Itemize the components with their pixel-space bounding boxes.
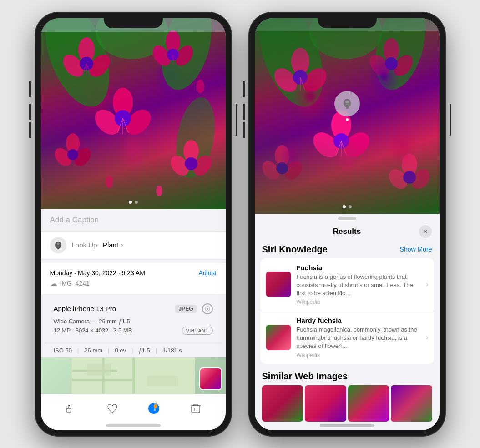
panel-handle[interactable] — [338, 217, 356, 220]
svg-point-31 — [185, 157, 197, 170]
flower-photo-left[interactable] — [41, 18, 226, 209]
similar-title: Similar Web Images — [262, 371, 432, 382]
jpeg-badge: JPEG — [175, 305, 196, 313]
svg-point-36 — [57, 243, 60, 245]
notch-right — [318, 13, 377, 28]
hardy-thumb — [266, 325, 291, 350]
delete-button[interactable] — [189, 402, 202, 415]
knowledge-card: Fuchsia Fuchsia is a genus of flowering … — [260, 258, 434, 364]
hardy-name: Hardy fuchsia — [297, 317, 421, 324]
home-indicator — [106, 424, 161, 427]
siri-knowledge-header: Siri Knowledge Show More — [255, 242, 440, 258]
date-text: Monday · May 30, 2022 · 9:23 AM — [50, 269, 145, 277]
results-panel: Results ✕ Siri Knowledge Show More Fuchs… — [255, 214, 440, 430]
svg-point-32 — [106, 176, 113, 188]
filename: IMG_4241 — [60, 280, 90, 287]
shutter-value: 1/181 s — [162, 347, 182, 354]
fuchsia-chevron: › — [426, 280, 428, 288]
aperture-value: ƒ1.5 — [138, 347, 150, 354]
map-preview[interactable] — [41, 357, 226, 394]
similar-images-grid — [262, 385, 432, 422]
svg-point-83 — [345, 101, 349, 103]
vlu-dot — [346, 118, 349, 121]
svg-text:!: ! — [156, 403, 158, 410]
similar-image-1[interactable] — [262, 385, 303, 422]
knowledge-item-hardy[interactable]: Hardy fuchsia Fuchsia magellanica, commo… — [260, 311, 434, 364]
hardy-chevron: › — [426, 333, 428, 342]
svg-rect-46 — [66, 408, 71, 412]
cloud-icon: ☁ — [50, 279, 57, 288]
lookup-row[interactable]: Look Up– Plant › — [41, 232, 226, 259]
camera-detail: Wide Camera — 26 mm ƒ1.5 — [54, 318, 213, 325]
map-photo-thumb — [199, 367, 222, 390]
right-phone: Results ✕ Siri Knowledge Show More Fuchs… — [249, 13, 445, 436]
panel-header: Results ✕ — [255, 223, 440, 242]
photo-dots — [129, 201, 138, 204]
lookup-icon — [50, 237, 66, 253]
knowledge-item-fuchsia[interactable]: Fuchsia Fuchsia is a genus of flowering … — [260, 258, 434, 312]
photo-info: Monday · May 30, 2022 · 9:23 AM Adjust ☁… — [41, 263, 226, 294]
close-button[interactable]: ✕ — [419, 225, 432, 238]
mp-label: 12 MP · 3024 × 4032 · 3.5 MB — [54, 327, 132, 334]
camera-model: Apple iPhone 13 Pro — [54, 305, 116, 312]
adjust-button[interactable]: Adjust — [199, 269, 217, 277]
iso-value: ISO 50 — [54, 347, 72, 354]
ev-value: 0 ev — [115, 347, 126, 354]
svg-point-27 — [67, 149, 78, 160]
notch — [104, 13, 163, 28]
favorite-button[interactable] — [106, 402, 119, 415]
hardy-content: Hardy fuchsia Fuchsia magellanica, commo… — [297, 317, 421, 358]
home-indicator-right — [320, 424, 374, 427]
svg-rect-45 — [147, 376, 178, 386]
focal-value: 26 mm — [84, 347, 102, 354]
dot-1 — [129, 201, 132, 204]
similar-image-4[interactable] — [391, 385, 432, 422]
camera-settings-icon[interactable] — [202, 303, 213, 314]
svg-rect-43 — [132, 357, 135, 394]
panel-title: Results — [333, 227, 361, 236]
svg-rect-44 — [87, 363, 111, 376]
svg-rect-51 — [192, 406, 200, 413]
show-more-button[interactable]: Show More — [400, 246, 432, 253]
close-icon: ✕ — [423, 228, 428, 235]
share-button[interactable] — [64, 402, 77, 415]
info-button[interactable]: i ! — [147, 402, 161, 415]
lookup-label: Look Up– Plant › — [72, 241, 123, 249]
camera-section: Apple iPhone 13 Pro JPEG Wide Camera — 2… — [45, 298, 222, 343]
vibrant-badge: VIBRANT — [182, 327, 213, 335]
fuchsia-name: Fuchsia — [297, 264, 421, 272]
fuchsia-thumb — [266, 272, 291, 297]
photo-dots-right — [343, 205, 352, 208]
svg-rect-41 — [71, 378, 132, 381]
similar-image-2[interactable] — [305, 385, 346, 422]
fuchsia-content: Fuchsia Fuchsia is a genus of flowering … — [297, 264, 421, 306]
similar-image-3[interactable] — [348, 385, 389, 422]
siri-knowledge-title: Siri Knowledge — [262, 244, 328, 255]
left-phone: Add a Caption Look Up– Plant › Monday · … — [35, 13, 231, 436]
flower-photo-right[interactable] — [255, 18, 440, 214]
dot-2 — [135, 201, 138, 204]
svg-point-34 — [196, 80, 204, 93]
fuchsia-desc: Fuchsia is a genus of flowering plants t… — [297, 273, 421, 298]
similar-section: Similar Web Images — [255, 366, 440, 423]
svg-point-33 — [156, 186, 162, 196]
exif-row: ISO 50 | 26 mm | 0 ev | ƒ1.5 | 1/181 s — [45, 343, 222, 357]
fuchsia-source: Wikipedia — [297, 299, 421, 305]
visual-lookup-button[interactable] — [334, 91, 360, 116]
hardy-desc: Fuchsia magellanica, commonly known as t… — [297, 326, 421, 351]
caption-placeholder: Add a Caption — [50, 216, 99, 224]
svg-point-38 — [207, 308, 208, 310]
hardy-source: Wikipedia — [297, 352, 421, 358]
caption-area[interactable]: Add a Caption — [41, 209, 226, 232]
